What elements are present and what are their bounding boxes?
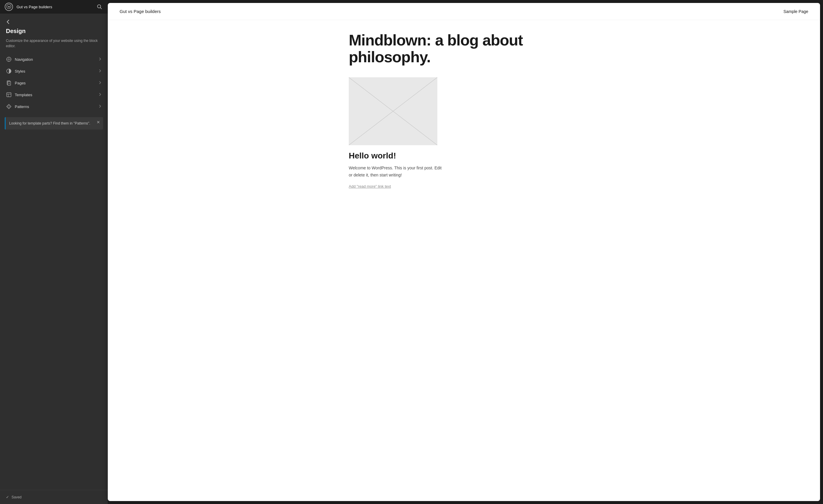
svg-rect-12 <box>8 81 11 85</box>
preview-body: Mindblown: a blog about philosophy. Hell… <box>337 20 591 207</box>
sidebar-title: Design <box>6 28 102 34</box>
pages-label: Pages <box>15 81 96 85</box>
wp-logo[interactable]: W <box>5 3 13 11</box>
sidebar-header: Design <box>0 14 108 38</box>
sidebar-item-styles[interactable]: Styles <box>0 65 108 77</box>
preview-post-image <box>349 77 437 145</box>
top-bar: W Gut vs Page builders <box>0 0 108 14</box>
svg-line-3 <box>101 8 102 9</box>
svg-rect-15 <box>7 93 11 97</box>
top-bar-title: Gut vs Page builders <box>17 5 93 9</box>
preview-nav: Gut vs Page builders Sample Page <box>108 3 820 20</box>
pages-icon <box>6 80 12 86</box>
svg-marker-18 <box>7 104 11 109</box>
sidebar-item-navigation[interactable]: Navigation <box>0 53 108 65</box>
patterns-icon <box>6 103 12 109</box>
svg-marker-19 <box>8 105 10 108</box>
preview-hero-title: Mindblown: a blog about philosophy. <box>349 32 579 65</box>
saved-label: Saved <box>11 495 22 499</box>
search-button[interactable] <box>96 3 103 10</box>
sidebar-item-pages[interactable]: Pages <box>0 77 108 89</box>
sidebar: Design Customize the appearance of your … <box>0 0 108 504</box>
saved-check-icon: ✓ <box>6 495 9 499</box>
navigation-chevron-icon <box>98 57 102 62</box>
sidebar-footer: ✓ Saved <box>0 490 108 504</box>
preview-read-more-link[interactable]: Add "read more" link text <box>349 184 391 189</box>
navigation-icon <box>6 56 12 62</box>
wp-logo-letter: W <box>6 4 11 10</box>
preview-pane: Gut vs Page builders Sample Page Mindblo… <box>108 3 820 501</box>
back-button[interactable] <box>6 19 102 25</box>
styles-label: Styles <box>15 69 96 73</box>
styles-icon <box>6 68 12 74</box>
sidebar-description: Customize the appearance of your website… <box>0 38 108 53</box>
patterns-label: Patterns <box>15 104 96 109</box>
preview-site-title: Gut vs Page builders <box>120 9 161 14</box>
preview-post-card: Hello world! Welcome to WordPress. This … <box>349 77 443 189</box>
templates-chevron-icon <box>98 93 102 97</box>
sidebar-item-patterns[interactable]: Patterns <box>0 100 108 112</box>
patterns-chevron-icon <box>98 104 102 109</box>
back-arrow-icon <box>6 19 11 25</box>
notification-banner: Looking for template parts? Find them in… <box>5 117 103 130</box>
sidebar-item-templates[interactable]: Templates <box>0 89 108 100</box>
navigation-label: Navigation <box>15 57 96 62</box>
styles-chevron-icon <box>98 69 102 73</box>
preview-post-title: Hello world! <box>349 151 443 161</box>
svg-text:W: W <box>8 5 10 8</box>
notification-text: Looking for template parts? Find them in… <box>9 121 91 125</box>
svg-point-5 <box>8 59 10 60</box>
preview-nav-menu-item: Sample Page <box>784 9 808 14</box>
pages-chevron-icon <box>98 81 102 85</box>
templates-icon <box>6 92 12 98</box>
notification-close-button[interactable]: ✕ <box>97 120 100 124</box>
templates-label: Templates <box>15 93 96 97</box>
preview-post-excerpt: Welcome to WordPress. This is your first… <box>349 165 443 179</box>
